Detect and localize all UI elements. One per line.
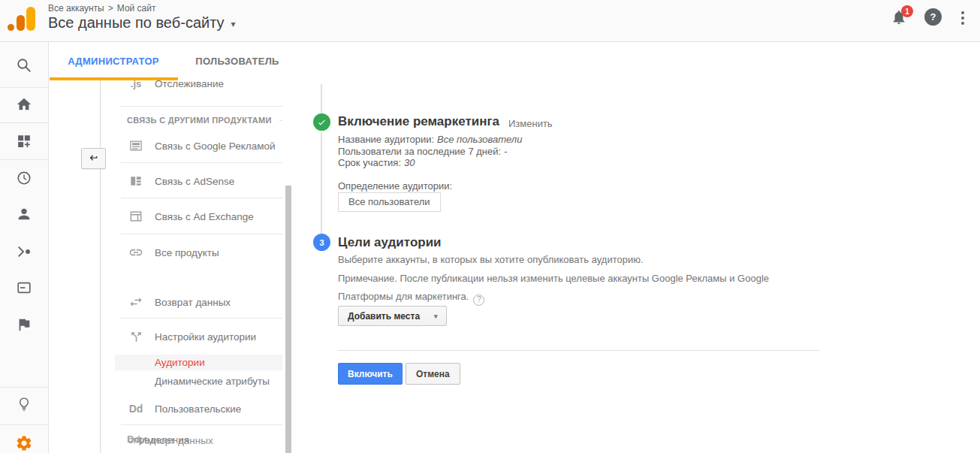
rail-divider (0, 159, 48, 160)
logo-dot (8, 24, 14, 31)
top-header: Все аккаунты>Мой сайт Все данные по веб-… (0, 0, 980, 42)
logo-bar-tall (26, 7, 35, 31)
rail-divider (0, 122, 48, 123)
sidenav-divider (121, 424, 282, 425)
flow-conversions-icon[interactable] (16, 243, 32, 260)
section-rule (279, 120, 282, 121)
sidenav-divider (121, 318, 282, 319)
stepper-connector (321, 132, 322, 234)
sidenav-item-custom-definitions[interactable]: Dd Пользовательские (127, 400, 281, 417)
remarketing-summary: Название аудитории:Все пользователи Поль… (338, 134, 522, 169)
more-options-icon[interactable] (957, 11, 968, 25)
remarketing-section-title: Включение ремаркетинга (338, 114, 499, 129)
adsense-icon (127, 174, 145, 189)
help-icon[interactable]: ? (924, 8, 942, 26)
js-tracking-icon: .js (127, 80, 145, 89)
audience-name-line: Название аудитории:Все пользователи (338, 134, 522, 146)
property-selector[interactable]: Все данные по веб-сайту ▾ (48, 14, 236, 32)
breadcrumb-site[interactable]: Мой сайт (117, 3, 156, 14)
google-analytics-admin-page: Все аккаунты>Мой сайт Все данные по веб-… (0, 0, 980, 453)
sidenav-item-ad-exchange-linking[interactable]: Связь с Ad Exchange (127, 208, 281, 225)
analytics-logo-icon[interactable] (8, 7, 44, 31)
sidenav-divider (121, 198, 282, 198)
tab-bar: АДМИНИСТРАТОР ПОЛЬЗОВАТЕЛЬ (49, 42, 980, 80)
breadcrumb-separator: > (108, 3, 113, 14)
sidenav-item-all-products[interactable]: Все продукты (127, 244, 281, 261)
split-branch-icon (127, 330, 145, 344)
sidenav-item-data-import[interactable]: Импорт данных (140, 435, 213, 446)
rail-divider (0, 424, 48, 425)
edit-link[interactable]: Изменить (508, 118, 553, 129)
collapse-sidenav-button[interactable] (81, 148, 106, 169)
active-tab-indicator (50, 77, 178, 80)
dropdown-caret-icon: ▾ (434, 313, 438, 320)
sidenav-divider (121, 234, 282, 234)
stepper-connector (321, 84, 322, 114)
behavior-card-icon[interactable] (16, 279, 32, 296)
tab-administrator[interactable]: АДМИНИСТРАТОР (49, 42, 178, 80)
sidenav-item-audience-settings[interactable]: Настройки аудитории (127, 328, 281, 345)
help-glyph: ? (930, 11, 936, 23)
logo-bar-mid (17, 15, 25, 31)
audience-definition-label: Определение аудитории: (338, 180, 452, 192)
link-icon (127, 245, 145, 260)
sidenav-divider (121, 106, 282, 107)
realtime-clock-icon[interactable] (16, 170, 32, 186)
sidenav-item-audiences-active[interactable]: Аудитории (115, 355, 282, 370)
admin-gear-icon[interactable] (15, 434, 33, 452)
dd-icon: Dd (127, 433, 140, 445)
ad-exchange-icon (127, 209, 145, 224)
search-icon[interactable] (16, 57, 32, 74)
lightbulb-discover-icon[interactable] (17, 397, 32, 412)
help-tooltip-icon[interactable]: ? (473, 294, 484, 306)
left-icon-rail (0, 42, 49, 453)
sidenav-scrollbar (285, 80, 291, 453)
add-destinations-dropdown[interactable]: Добавить места ▾ (338, 306, 447, 326)
chevron-down-icon: ▾ (231, 17, 236, 29)
enable-button[interactable]: Включить (338, 363, 403, 385)
sidenav-section-product-linking: СВЯЗЬ С ДРУГИМИ ПРОДУКТАМИ (127, 116, 282, 125)
notifications-bell-icon[interactable]: 1 (891, 9, 916, 33)
sidenav-divider (121, 162, 282, 163)
step-3-badge: 3 (313, 234, 330, 251)
rail-divider (0, 387, 48, 388)
flag-icon[interactable] (16, 316, 32, 333)
actions-divider (338, 350, 820, 351)
sidenav-item-dynamic-attributes[interactable]: Динамические атрибуты (155, 373, 270, 388)
audience-goals-section-title: Цели аудитории (338, 235, 442, 250)
sidenav-item-data-return[interactable]: Возврат данных (127, 294, 281, 310)
home-icon[interactable] (16, 96, 32, 113)
scrollbar-thumb[interactable] (285, 186, 291, 453)
page-title: Все данные по веб-сайту (48, 14, 225, 32)
rail-divider (0, 87, 48, 88)
step-complete-check-icon (313, 113, 330, 131)
admin-sidenav: .js Отслеживание СВЯЗЬ С ДРУГИМИ ПРОДУКТ… (100, 80, 291, 453)
breadcrumb-all-accounts[interactable]: Все аккаунты (48, 3, 104, 14)
audience-goals-description: Выберите аккаунты, в которых вы хотите о… (338, 251, 769, 307)
cancel-button[interactable]: Отмена (406, 363, 460, 385)
swap-arrows-icon (127, 294, 145, 310)
membership-duration-line: Срок участия:30 (338, 157, 522, 169)
sidenav-item-tracking[interactable]: .js Отслеживание (127, 80, 281, 92)
tab-user[interactable]: ПОЛЬЗОВАТЕЛЬ (178, 42, 297, 80)
dd-icon: Dd (127, 403, 145, 415)
google-ads-icon (127, 138, 145, 153)
notification-badge: 1 (901, 5, 913, 17)
sidenav-item-adsense-linking[interactable]: Связь с AdSense (127, 173, 281, 189)
customization-icon[interactable] (17, 134, 32, 149)
users-7days-line: Пользователи за последние 7 дней:- (338, 146, 522, 158)
audience-person-icon[interactable] (16, 206, 32, 222)
sidenav-item-google-ads-linking[interactable]: Связь с Google Рекламой (127, 137, 281, 154)
breadcrumb: Все аккаунты>Мой сайт (48, 3, 155, 14)
back-arrow-icon (87, 153, 100, 165)
audience-definition-chip[interactable]: Все пользователи (338, 192, 441, 212)
